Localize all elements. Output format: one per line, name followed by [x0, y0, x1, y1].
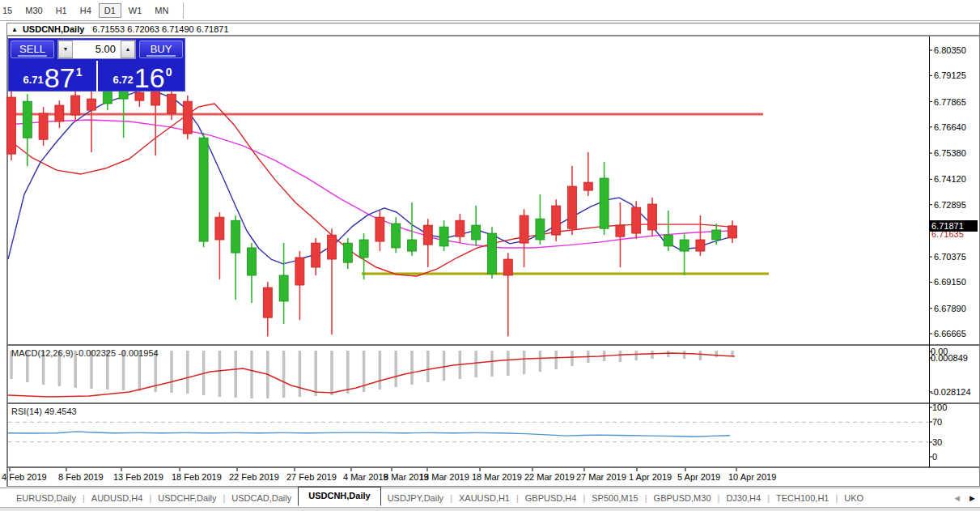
one-click-trade-panel: SELL ▼ 5.00 ▲ BUY 6.71 87 1 6.72 16 0	[8, 38, 185, 92]
date-axis-label: 18 Mar 2019	[472, 472, 522, 482]
price-axis-label: 6.79125	[934, 70, 966, 80]
collapse-triangle-icon[interactable]: ▲	[11, 26, 18, 33]
tab-sp500-m15[interactable]: SP500,M15	[585, 490, 644, 506]
price-axis-label: 6.74120	[934, 174, 966, 184]
date-axis-label: 4 Mar 2019	[343, 472, 388, 482]
rsi-axis-label: 30	[932, 437, 942, 447]
buy-button[interactable]: BUY	[139, 40, 183, 58]
buy-price-prefix: 6.72	[113, 74, 134, 86]
current-price-box: 6.71871	[929, 220, 978, 232]
date-axis-label: 13 Feb 2019	[113, 472, 163, 482]
tab-usdjpy-daily[interactable]: USDJPY,Daily	[381, 490, 451, 506]
volume-stepper: ▼ 5.00 ▲	[57, 40, 136, 59]
volume-increase-button[interactable]: ▲	[121, 40, 135, 58]
price-axis-label: 6.72895	[934, 200, 966, 210]
timeframe-button-mn[interactable]: MN	[149, 3, 174, 18]
tab-gbpusd-m30[interactable]: GBPUSD,M30	[647, 490, 718, 506]
sell-quote[interactable]: 6.71 87 1	[9, 60, 96, 92]
rsi-indicator-label: RSI(14) 49.4543	[11, 407, 77, 416]
price-axis-label: 6.70375	[934, 252, 966, 262]
timeframe-button-w1[interactable]: W1	[123, 3, 148, 18]
tab-usdchf-daily[interactable]: USDCHF,Daily	[151, 490, 223, 506]
sell-price-prefix: 6.71	[23, 74, 44, 86]
chart-ohlc-values: 6.71553 6.72063 6.71490 6.71871	[92, 24, 228, 34]
date-axis-label: 27 Feb 2019	[286, 472, 337, 482]
date-axis-label: 5 Apr 2019	[677, 472, 720, 482]
symbol-tab-bar: EURUSD,Daily|AUDUSD,H4|USDCHF,Daily|USDC…	[0, 488, 980, 507]
rsi-axis-label: 100	[932, 402, 947, 412]
price-axis-label: 6.76640	[934, 122, 966, 132]
buy-quote[interactable]: 6.72 16 0	[99, 60, 186, 92]
tab-eurusd-daily[interactable]: EURUSD,Daily	[10, 490, 83, 506]
sell-price-big: 87	[45, 66, 75, 90]
tab-usdcad-daily[interactable]: USDCAD,Daily	[225, 490, 298, 506]
price-axis-label: 6.66665	[934, 329, 966, 339]
price-axis-label: 6.69150	[934, 277, 966, 287]
timeframe-button-m30[interactable]: M30	[19, 3, 48, 18]
tab-gbpusd-h4[interactable]: GBPUSD,H4	[519, 490, 583, 506]
tab-usdcnh-daily[interactable]: USDCNH,Daily	[298, 487, 380, 506]
date-axis-label: 13 Mar 2019	[419, 472, 469, 482]
tab-scroll-right-icon[interactable]: ►	[968, 493, 977, 503]
timeframe-toolbar: 15M30H1H4D1W1MN	[0, 0, 980, 21]
buy-price-pip: 0	[166, 66, 172, 79]
price-axis-label: 6.80350	[934, 45, 966, 55]
chart-symbol-title: USDCNH,Daily	[23, 24, 84, 34]
date-axis-label: 1 Apr 2019	[629, 472, 672, 482]
tab-dj30-h4[interactable]: DJ30,H4	[719, 490, 767, 506]
date-axis-label: 27 Mar 2019	[576, 472, 626, 482]
macd-axis-label: 0.000849	[931, 353, 968, 363]
volume-input[interactable]: 5.00	[73, 40, 121, 58]
macd-axis-label: -0.028124	[931, 387, 971, 397]
toolbar-separator	[183, 2, 184, 19]
buy-price-big: 16	[134, 66, 165, 90]
date-axis-label: 4 Feb 2019	[2, 472, 47, 482]
sell-price-pip: 1	[76, 66, 83, 79]
date-axis-label: 22 Mar 2019	[524, 472, 575, 482]
chart-title-bar: ▲ USDCNH,Daily 6.71553 6.72063 6.71490 6…	[7, 23, 979, 36]
trading-app: 15M30H1H4D1W1MN ▲ USDCNH,Daily 6.71553 6…	[0, 0, 980, 511]
timeframe-button-15[interactable]: 15	[0, 3, 18, 18]
tab-scroll-arrows: ◄►	[952, 493, 977, 503]
rsi-axis-label: 0	[932, 452, 937, 462]
price-axis-label: 6.67890	[934, 304, 966, 313]
tab-xauusd-h1[interactable]: XAUUSD,H1	[452, 490, 516, 506]
timeframe-button-h1[interactable]: H1	[50, 3, 73, 18]
date-axis-label: 22 Feb 2019	[229, 472, 279, 482]
tab-audusd-h4[interactable]: AUDUSD,H4	[85, 490, 150, 506]
sell-button[interactable]: SELL	[11, 40, 54, 58]
date-axis-label: 8 Feb 2019	[58, 472, 104, 482]
date-axis-label: 18 Feb 2019	[172, 472, 222, 482]
tab-uko[interactable]: UKO	[838, 490, 870, 506]
tab-scroll-left-icon[interactable]: ◄	[952, 493, 961, 503]
price-axis-label: 6.75380	[934, 148, 966, 158]
timeframe-button-d1[interactable]: D1	[99, 3, 121, 18]
timeframe-button-h4[interactable]: H4	[74, 3, 97, 18]
status-bar	[0, 507, 980, 511]
price-axis-label: 6.77865	[934, 97, 966, 107]
tab-tech100-h1[interactable]: TECH100,H1	[770, 490, 835, 506]
rsi-axis-label: 70	[932, 417, 942, 427]
date-axis-label: 10 Apr 2019	[728, 472, 776, 482]
quote-divider	[96, 61, 98, 92]
macd-indicator-label: MACD(12,26,9) -0.002325 -0.001954	[11, 348, 159, 358]
volume-decrease-button[interactable]: ▼	[58, 40, 73, 58]
